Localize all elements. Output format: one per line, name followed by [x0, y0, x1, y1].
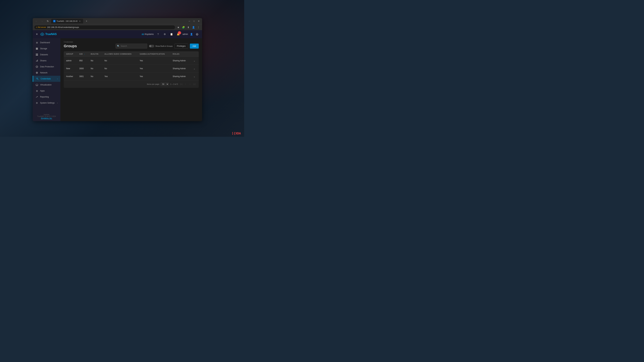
- ix-systems-logo: iX iXsystems: [142, 33, 154, 35]
- shares-icon: [36, 59, 38, 62]
- breadcrumb: Credentials: [64, 41, 199, 43]
- sidebar-item-credentials[interactable]: Credentials ›: [33, 76, 60, 82]
- footer-company: iXsystems, Inc.: [36, 117, 58, 119]
- prev-page-btn[interactable]: ‹: [184, 82, 188, 86]
- row-expand-btn[interactable]: ⌄: [192, 74, 196, 78]
- sidebar-item-data-protection[interactable]: Data Protection: [33, 64, 60, 70]
- page-actions: 🔍 Show Built-in Groups Privileges Add: [116, 43, 199, 49]
- refresh-button[interactable]: ↻: [46, 19, 50, 23]
- col-actions: [190, 51, 199, 57]
- reporting-icon: [36, 95, 38, 98]
- menu-icon[interactable]: ⋮: [196, 25, 201, 30]
- sidebar-item-label: Datasets: [40, 53, 48, 56]
- footer-version: TrueNAS SCALE © 2024: [36, 115, 58, 117]
- main-content: Credentials Groups 🔍: [60, 38, 202, 121]
- last-page-btn[interactable]: ▷|: [192, 82, 196, 86]
- nav-bar: ⚠ Not secure 192.168.29.43/ui/credential…: [33, 24, 202, 30]
- next-page-btn[interactable]: ›: [188, 82, 192, 86]
- col-builtin: Builtin: [88, 51, 102, 57]
- show-builtin-toggle-group: Show Built-in Groups: [149, 45, 172, 47]
- cell-gid: 950: [77, 57, 88, 65]
- content-area: Credentials Groups 🔍: [60, 38, 202, 121]
- sidebar-item-datasets[interactable]: Datasets: [33, 52, 60, 58]
- tab-close-button[interactable]: ✕: [78, 20, 81, 22]
- cell-expand: ⌄: [190, 65, 199, 72]
- sidebar-item-label: Data Protection: [40, 65, 54, 68]
- profile-icon[interactable]: 👤: [191, 25, 196, 30]
- main-layout: ⊞ Dashboard Storage Datasets: [33, 38, 202, 121]
- sidebar-item-apps[interactable]: ⊞ Apps: [33, 88, 60, 94]
- power-icon[interactable]: ⏻: [195, 32, 200, 36]
- sidebar-item-label: Shares: [40, 59, 46, 62]
- network-icon: [36, 71, 38, 74]
- forward-button[interactable]: →: [40, 19, 44, 23]
- sort-icon: ↑: [84, 53, 85, 55]
- clipboard-icon[interactable]: 📋: [169, 32, 174, 36]
- nav-action-icons: ★ 🧩 ⬇ 👤 ⋮: [176, 25, 201, 30]
- maximize-button[interactable]: □: [192, 19, 196, 23]
- tab-title: TrueNAS - 192.168.29.43: [56, 20, 78, 22]
- address-bar[interactable]: ⚠ Not secure 192.168.29.43/ui/credential…: [34, 25, 175, 29]
- sidebar-item-virtualization[interactable]: Virtualization: [33, 82, 60, 88]
- extensions-icon[interactable]: 🧩: [181, 25, 186, 30]
- svg-rect-2: [36, 48, 38, 48]
- sidebar-item-shares[interactable]: Shares: [33, 58, 60, 64]
- privileges-button[interactable]: Privileges: [174, 43, 188, 49]
- cell-sudo: Yes: [102, 72, 137, 80]
- page-title: Groups: [64, 44, 77, 48]
- first-page-btn[interactable]: |◁: [179, 82, 183, 86]
- sidebar-item-dashboard[interactable]: ⊞ Dashboard: [33, 39, 60, 45]
- svg-rect-4: [36, 49, 38, 50]
- row-expand-btn[interactable]: ⌄: [192, 59, 196, 63]
- topbar-right: iX iXsystems ? ⚙ 📋 🔔 1 admin 👤 ⏻: [142, 32, 200, 36]
- col-gid[interactable]: GID ↑: [77, 51, 88, 57]
- page-nav: |◁ ‹ › ▷|: [179, 82, 196, 86]
- table-row: Another 3001 No Yes Yes Sharing Admin ⌄: [64, 72, 199, 80]
- xda-logo: [{XDA: [232, 132, 241, 135]
- new-tab-button[interactable]: +: [84, 19, 89, 23]
- notification-wrapper: 🔔 1: [176, 32, 180, 36]
- sidebar-item-storage[interactable]: Storage: [33, 45, 60, 52]
- sidebar-item-label: Apps: [40, 90, 44, 92]
- minimize-button[interactable]: ─: [187, 19, 191, 23]
- cell-group: New: [64, 65, 77, 72]
- sidebar-item-system-settings[interactable]: ⚙ System Settings ›: [33, 100, 60, 106]
- table-row: admin 950 No No Yes Sharing Admin ⌄: [64, 57, 199, 65]
- cell-samba: Yes: [137, 57, 170, 65]
- bookmark-icon[interactable]: ★: [176, 25, 180, 30]
- show-builtin-label: Show Built-in Groups: [155, 45, 172, 47]
- browser-tab[interactable]: T TrueNAS - 192.168.29.43 ✕: [51, 19, 83, 23]
- hamburger-menu[interactable]: ≡: [36, 32, 38, 36]
- help-icon[interactable]: ?: [156, 32, 160, 36]
- apps-icon: ⊞: [36, 89, 38, 92]
- dashboard-icon: ⊞: [36, 41, 38, 44]
- not-secure-label: Not secure: [38, 26, 46, 28]
- row-expand-btn[interactable]: ⌄: [192, 66, 196, 70]
- search-input[interactable]: [120, 45, 146, 47]
- per-page-select[interactable]: 50 25 100: [161, 82, 169, 86]
- download-icon[interactable]: ⬇: [186, 25, 191, 30]
- svg-rect-5: [36, 54, 37, 54]
- truenas-logo: TrueNAS: [40, 32, 57, 36]
- groups-table-container: Group GID ↑ Builtin Allows sudo commands…: [64, 51, 199, 88]
- credentials-icon: [36, 77, 39, 80]
- settings-icon[interactable]: ⚙: [162, 32, 167, 36]
- cell-samba: Yes: [137, 72, 170, 80]
- truenas-logo-text: TrueNAS: [45, 33, 57, 36]
- app-container: ≡ TrueNAS iX iXsystems ? ⚙ 📋 🔔 1: [33, 30, 202, 121]
- system-settings-icon: ⚙: [36, 101, 38, 104]
- items-per-page-label: Items per page:: [147, 83, 160, 85]
- search-box[interactable]: 🔍: [116, 43, 147, 49]
- sidebar-footer: truenas TrueNAS SCALE © 2024 iXsystems, …: [33, 112, 60, 121]
- sidebar-item-reporting[interactable]: Reporting: [33, 94, 60, 100]
- cell-sudo: No: [102, 57, 137, 65]
- back-button[interactable]: ←: [34, 19, 39, 23]
- sidebar-item-network[interactable]: Network: [33, 70, 60, 76]
- user-icon[interactable]: 👤: [189, 32, 194, 36]
- cell-gid: 3001: [77, 72, 88, 80]
- show-builtin-toggle[interactable]: [149, 45, 154, 47]
- warning-icon: ⚠: [36, 26, 38, 28]
- table-header: Group GID ↑ Builtin Allows sudo commands…: [64, 51, 199, 57]
- close-button[interactable]: ✕: [197, 19, 201, 23]
- add-button[interactable]: Add: [190, 43, 199, 49]
